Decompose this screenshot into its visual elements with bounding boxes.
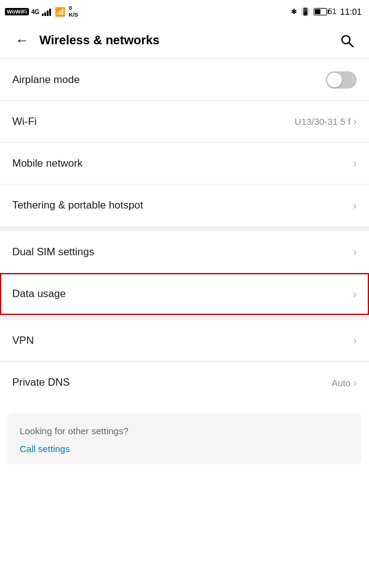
settings-group-3: VPN › Private DNS Auto › <box>0 320 369 403</box>
wifi-right: U13/30-31 5 f › <box>295 115 357 128</box>
bottom-card: Looking for other settings? Call setting… <box>7 413 362 464</box>
bluetooth-icon: ✱ <box>291 7 297 16</box>
private-dns-value: Auto <box>331 378 351 388</box>
tethering-right: › <box>353 199 357 212</box>
settings-item-data-usage[interactable]: Data usage › <box>0 273 369 315</box>
search-button[interactable] <box>335 28 359 53</box>
battery-fill <box>315 9 320 14</box>
settings-group-2: Dual SIM settings › Data usage › <box>0 231 369 315</box>
divider-1 <box>0 226 369 231</box>
toggle-knob <box>327 73 342 87</box>
wowifi-badge: WoWiFi <box>5 8 29 15</box>
signal-bar-1 <box>42 14 44 16</box>
wifi-chevron-icon: › <box>353 115 357 128</box>
dual-sim-chevron-icon: › <box>353 245 357 258</box>
mobile-network-label: Mobile network <box>12 157 82 170</box>
private-dns-chevron-icon: › <box>353 376 357 389</box>
back-arrow-icon: ← <box>15 33 29 49</box>
settings-item-tethering[interactable]: Tethering & portable hotspot › <box>0 185 369 226</box>
private-dns-label: Private DNS <box>12 376 70 389</box>
svg-line-1 <box>349 42 354 47</box>
signal-bar-4 <box>49 9 51 16</box>
vpn-chevron-icon: › <box>353 334 357 347</box>
data-usage-right: › <box>353 288 357 301</box>
status-left: WoWiFi 4G 📶 0 K/S <box>5 5 78 18</box>
4g-icon: 4G <box>31 9 39 15</box>
tethering-chevron-icon: › <box>353 199 357 212</box>
battery: 51 <box>314 7 336 16</box>
mobile-network-chevron-icon: › <box>353 157 357 170</box>
status-right: ✱ 📳 51 11:01 <box>291 7 362 17</box>
signal-bar-2 <box>44 12 46 16</box>
time: 11:01 <box>340 7 362 17</box>
settings-item-dual-sim[interactable]: Dual SIM settings › <box>0 231 369 273</box>
vpn-label: VPN <box>12 335 34 347</box>
battery-icon <box>314 8 327 15</box>
dual-sim-right: › <box>353 245 357 258</box>
wifi-icon: 📶 <box>55 7 65 17</box>
data-speed: 0 K/S <box>69 5 78 18</box>
status-bar: WoWiFi 4G 📶 0 K/S ✱ 📳 51 11:01 <box>0 0 369 22</box>
private-dns-right: Auto › <box>331 376 357 389</box>
vpn-right: › <box>353 334 357 347</box>
signal-bars <box>42 7 51 16</box>
settings-item-mobile-network[interactable]: Mobile network › <box>0 143 369 185</box>
airplane-mode-label: Airplane mode <box>12 74 80 86</box>
vibrate-icon: 📳 <box>301 7 310 16</box>
tethering-label: Tethering & portable hotspot <box>12 199 143 212</box>
app-bar: ← Wireless & networks <box>0 22 369 59</box>
settings-item-private-dns[interactable]: Private DNS Auto › <box>0 362 369 403</box>
mobile-network-right: › <box>353 157 357 170</box>
divider-2 <box>0 315 369 320</box>
airplane-mode-toggle[interactable] <box>326 71 357 89</box>
search-icon <box>339 33 354 48</box>
data-speed-unit: K/S <box>69 12 78 18</box>
call-settings-link[interactable]: Call settings <box>20 443 70 454</box>
settings-group-1: Airplane mode Wi-Fi U13/30-31 5 f › Mobi… <box>0 59 369 226</box>
data-usage-label: Data usage <box>12 288 66 300</box>
back-button[interactable]: ← <box>10 28 34 53</box>
wifi-label: Wi-Fi <box>12 116 37 128</box>
page-title: Wireless & networks <box>39 33 335 47</box>
settings-item-wifi[interactable]: Wi-Fi U13/30-31 5 f › <box>0 101 369 143</box>
data-speed-value: 0 <box>69 5 78 12</box>
bottom-card-text: Looking for other settings? <box>20 426 349 436</box>
settings-item-airplane-mode[interactable]: Airplane mode <box>0 59 369 101</box>
signal-bar-3 <box>47 10 49 16</box>
settings-list: Airplane mode Wi-Fi U13/30-31 5 f › Mobi… <box>0 59 369 464</box>
battery-level: 51 <box>328 7 336 16</box>
dual-sim-label: Dual SIM settings <box>12 246 94 258</box>
data-usage-chevron-icon: › <box>353 288 357 301</box>
settings-item-vpn[interactable]: VPN › <box>0 320 369 362</box>
wifi-value: U13/30-31 5 f <box>295 116 351 127</box>
